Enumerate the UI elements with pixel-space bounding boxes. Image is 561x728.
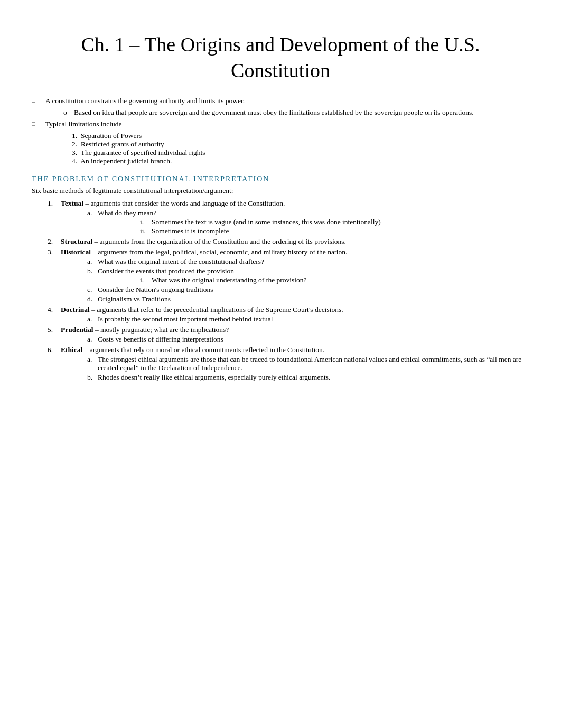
method-1-roman-list: Sometimes the text is vague (and in some… (140, 218, 529, 235)
numbered-sub-item-2: 2. Restricted grants of authority (72, 140, 529, 149)
numbered-sub-item-3: 3. The guarantee of specified individual… (72, 149, 529, 157)
method-item-2: Structural – arguments from the organiza… (48, 237, 529, 246)
method-6-alpha-list: The strongest ethical arguments are thos… (87, 355, 529, 382)
method-3-alpha-list: What was the original intent of the cons… (87, 257, 529, 303)
method-5-alpha-1: Costs vs benefits of differing interpret… (87, 335, 529, 344)
method-item-3: Historical – arguments from the legal, p… (48, 248, 529, 303)
bullet-text-1: A constitution constrains the governing … (45, 97, 245, 105)
method-6-alpha-1: The strongest ethical arguments are thos… (87, 355, 529, 372)
bullet-icon-2: □ (32, 120, 45, 127)
numbered-sub-item-4: 4. An independent judicial branch. (72, 157, 529, 165)
method-item-4: Doctrinal – arguments that refer to the … (48, 306, 529, 324)
section-intro: Six basic methods of legitimate constitu… (32, 187, 529, 195)
method-3-alpha-1: What was the original intent of the cons… (87, 257, 529, 266)
method-item-6: Ethical – arguments that rely on moral o… (48, 346, 529, 382)
sub-bullet-1: o Based on idea that people are sovereig… (63, 108, 529, 117)
bullet-item-2: □ Typical limitations include (32, 120, 529, 128)
method-1-roman-1: Sometimes the text is vague (and in some… (140, 218, 529, 226)
method-1-alpha-1: What do they mean? Sometimes the text is… (87, 209, 529, 235)
method-3-roman-list: What was the original understanding of t… (140, 276, 529, 284)
method-item-1: Textual – arguments that consider the wo… (48, 199, 529, 235)
method-3-alpha-2: Consider the events that produced the pr… (87, 267, 529, 284)
numbered-sub-list-2: 1. Separation of Powers 2. Restricted gr… (72, 132, 529, 165)
method-6-alpha-2: Rhodes doesn’t really like ethical argum… (87, 373, 529, 382)
method-item-5: Prudential – mostly pragmatic; what are … (48, 326, 529, 344)
method-3-alpha-4: Originalism vs Traditions (87, 295, 529, 303)
methods-list: Textual – arguments that consider the wo… (48, 199, 529, 382)
bullet-item-1: □ A constitution constrains the governin… (32, 97, 529, 105)
method-1-alpha-list: What do they mean? Sometimes the text is… (87, 209, 529, 235)
page-title: Ch. 1 – The Origins and Development of t… (32, 32, 529, 84)
sub-bullet-text-1: Based on idea that people are sovereign … (74, 108, 474, 117)
numbered-sub-item-1: 1. Separation of Powers (72, 132, 529, 140)
method-3-alpha-3: Consider the Nation's ongoing traditions (87, 285, 529, 294)
method-4-alpha-list: Is probably the second most important me… (87, 315, 529, 324)
sub-bullet-icon-1: o (63, 108, 74, 117)
method-5-alpha-list: Costs vs benefits of differing interpret… (87, 335, 529, 344)
method-1-roman-2: Sometimes it is incomplete (140, 227, 529, 235)
top-bullets-section: □ A constitution constrains the governin… (32, 97, 529, 165)
bullet-icon-1: □ (32, 97, 45, 104)
method-3-roman-1: What was the original understanding of t… (140, 276, 529, 284)
section-block: The Problem of Constitutional Interpreta… (32, 175, 529, 382)
section-heading: The Problem of Constitutional Interpreta… (32, 175, 529, 183)
bullet-text-2: Typical limitations include (45, 120, 122, 128)
method-4-alpha-1: Is probably the second most important me… (87, 315, 529, 324)
